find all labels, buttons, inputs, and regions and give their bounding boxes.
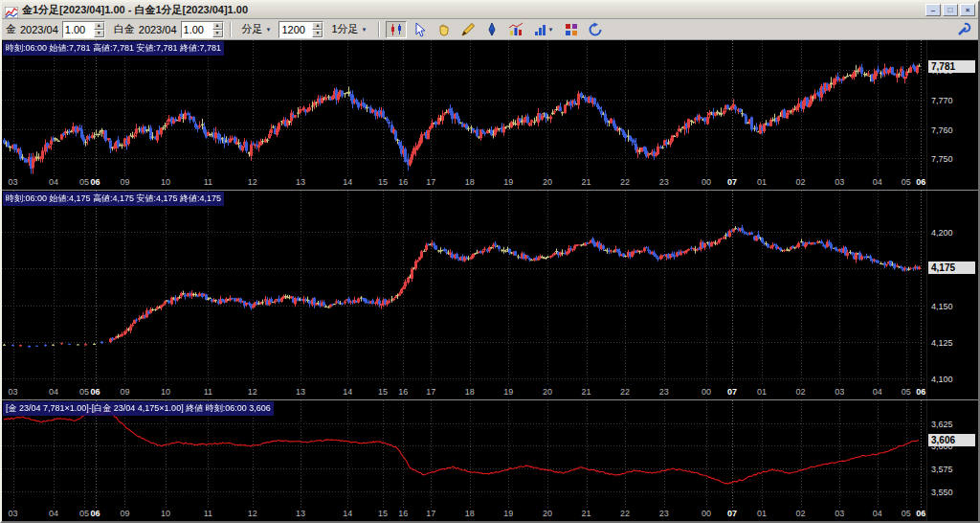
pen-icon xyxy=(484,22,500,37)
x-axis-label: 10 xyxy=(161,509,170,518)
pen-tool-button[interactable] xyxy=(481,21,502,38)
bar-count-up-button[interactable]: ▲ xyxy=(312,22,323,30)
app-window: 金1分足[2023/04]1.00 - 白金1分足[2023/04]1.00 –… xyxy=(0,0,980,523)
y-tick-label: 4,125 xyxy=(931,338,953,348)
refresh-button[interactable] xyxy=(585,21,606,38)
y-tick-label: 7,750 xyxy=(931,154,953,164)
x-axis-label: 06 xyxy=(91,387,100,397)
minimize-button[interactable]: – xyxy=(925,4,941,16)
toolbar-separator xyxy=(378,22,380,37)
x-axis-label: 04 xyxy=(873,387,882,397)
platinum-info-line: 時刻:06:00 始値:4,175 高値:4,175 安値:4,175 終値:4… xyxy=(3,192,224,206)
candlestick-chart-button[interactable] xyxy=(386,21,407,38)
current-price-box: 3,606 xyxy=(928,434,975,446)
x-axis-label: 16 xyxy=(398,177,408,187)
close-button[interactable]: × xyxy=(960,4,975,16)
x-axis-label: 14 xyxy=(343,387,352,397)
period-type-dropdown[interactable]: 分足 ▼ xyxy=(237,21,277,38)
platinum-multiplier-up-button[interactable]: ▲ xyxy=(212,22,223,30)
x-axis-label: 05 xyxy=(79,509,89,518)
gold-contract-select[interactable]: 2023/04 xyxy=(19,24,59,35)
indicator-chart-button[interactable] xyxy=(505,21,526,38)
x-axis-label: 19 xyxy=(503,387,513,397)
gold-label: 金 xyxy=(6,22,16,36)
hand-icon xyxy=(436,22,452,37)
x-axis-label: 20 xyxy=(543,387,552,397)
restore-button[interactable]: □ xyxy=(943,4,958,16)
y-tick-label: 4,200 xyxy=(931,228,953,238)
x-axis-label: 15 xyxy=(378,387,388,397)
x-axis-label: 01 xyxy=(757,387,767,397)
x-axis-label: 03 xyxy=(9,387,18,397)
x-axis-label: 06 xyxy=(916,387,925,397)
gold-multiplier-input[interactable] xyxy=(63,22,94,37)
x-axis-2: 0304050609101112131415161718192021222300… xyxy=(2,508,926,521)
x-axis-label: 21 xyxy=(581,387,590,397)
x-axis-label: 00 xyxy=(702,387,711,397)
x-axis-label: 17 xyxy=(426,387,435,397)
chevron-down-icon: ▼ xyxy=(266,27,272,33)
chart-canvas-1[interactable] xyxy=(2,191,926,386)
bar-count-spinner: ▲ ▼ xyxy=(278,21,323,38)
x-axis-label: 05 xyxy=(902,177,911,187)
platinum-multiplier-down-button[interactable]: ▼ xyxy=(212,30,223,37)
toolbar: 金 2023/04 ▲ ▼ 白金 2023/04 ▲ ▼ 分足 ▼ ▲ xyxy=(2,19,978,40)
platinum-multiplier-input[interactable] xyxy=(182,22,212,37)
bar-chart-dropdown-button[interactable]: ▼ xyxy=(529,21,558,38)
y-axis-0: 7,7807,7707,7607,7507,781 xyxy=(926,40,978,190)
current-price-box: 7,781 xyxy=(928,60,975,73)
x-axis-label: 04 xyxy=(873,509,882,518)
platinum-multiplier-spinner: ▲ ▼ xyxy=(181,21,224,38)
refresh-icon xyxy=(588,22,603,37)
bar-count-down-button[interactable]: ▼ xyxy=(312,30,323,37)
pencil-tool-button[interactable] xyxy=(457,21,479,38)
bar-count-input[interactable] xyxy=(279,22,312,37)
y-tick-label: 3,575 xyxy=(931,465,953,474)
y-axis-2: 3,6253,6003,5753,5503,606 xyxy=(926,400,978,521)
y-tick-label: 3,625 xyxy=(931,420,953,429)
y-tick-label: 7,770 xyxy=(931,96,953,105)
x-axis-label: 02 xyxy=(796,387,806,397)
gold-multiplier-arrows: ▲ ▼ xyxy=(94,22,104,37)
x-axis-label: 02 xyxy=(796,509,806,518)
settings-wrench-button[interactable] xyxy=(953,21,974,38)
x-axis-label: 05 xyxy=(79,177,89,187)
bar-chart-icon xyxy=(533,22,548,37)
chart-area: 時刻:06:00 始値:7,781 高値:7,781 安値:7,781 終値:7… xyxy=(2,40,978,521)
platinum-contract-select[interactable]: 2023/04 xyxy=(138,24,178,35)
gold-multiplier-up-button[interactable]: ▲ xyxy=(94,22,104,30)
gold-multiplier-down-button[interactable]: ▼ xyxy=(94,30,104,37)
hand-tool-button[interactable] xyxy=(434,21,455,38)
period-type-label: 分足 xyxy=(242,22,263,36)
y-axis-1: 4,2004,1754,1504,1254,1004,175 xyxy=(926,191,978,399)
x-axis-label: 05 xyxy=(902,509,911,518)
grid-chart-button[interactable] xyxy=(561,21,582,38)
spread-chart-panel: [金 23/04 7,781×1.00]-[白金 23/04 4,175×1.0… xyxy=(2,399,978,521)
platinum-plot: 時刻:06:00 始値:4,175 高値:4,175 安値:4,175 終値:4… xyxy=(2,191,926,399)
x-axis-label: 03 xyxy=(835,177,844,187)
x-axis-label: 12 xyxy=(248,177,257,187)
x-axis-label: 01 xyxy=(757,509,767,518)
x-axis-label: 06 xyxy=(916,509,925,518)
title-bar[interactable]: 金1分足[2023/04]1.00 - 白金1分足[2023/04]1.00 –… xyxy=(2,2,978,19)
x-axis-label: 09 xyxy=(120,177,129,187)
cursor-tool-button[interactable] xyxy=(410,21,431,38)
timeframe-dropdown[interactable]: 1分足 ▼ xyxy=(326,21,371,38)
x-axis-label: 12 xyxy=(248,509,257,518)
chart-canvas-2[interactable] xyxy=(2,400,926,508)
chevron-down-icon: ▼ xyxy=(548,27,554,33)
timeframe-label: 1分足 xyxy=(331,22,358,36)
x-axis-label: 17 xyxy=(426,177,435,187)
x-axis-label: 23 xyxy=(659,177,669,187)
x-axis-label: 13 xyxy=(296,177,305,187)
y-tick-label: 7,760 xyxy=(931,125,953,135)
x-axis-label: 02 xyxy=(796,177,806,187)
gold-info-line: 時刻:06:00 始値:7,781 高値:7,781 安値:7,781 終値:7… xyxy=(3,41,224,56)
candlestick-chart-icon xyxy=(389,22,404,37)
x-axis-label: 18 xyxy=(465,177,475,187)
x-axis-label: 00 xyxy=(702,509,711,518)
x-axis-label: 22 xyxy=(620,387,630,397)
platinum-chart-panel: 時刻:06:00 始値:4,175 高値:4,175 安値:4,175 終値:4… xyxy=(2,190,978,399)
chart-canvas-0[interactable] xyxy=(2,40,926,176)
x-axis-label: 14 xyxy=(343,509,352,518)
